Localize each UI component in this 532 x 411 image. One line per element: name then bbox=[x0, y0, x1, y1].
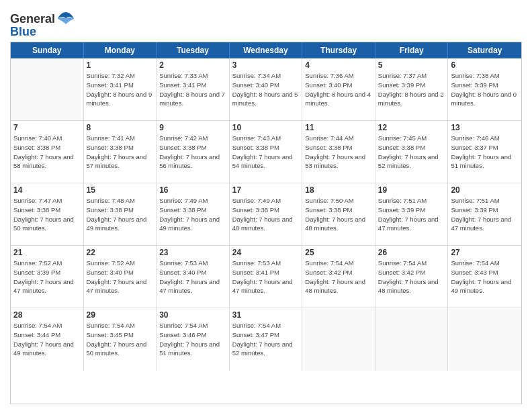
calendar-cell: 31Sunrise: 7:54 AM Sunset: 3:47 PM Dayli… bbox=[230, 308, 303, 371]
calendar-header-row: SundayMondayTuesdayWednesdayThursdayFrid… bbox=[11, 42, 521, 58]
day-info: Sunrise: 7:48 AM Sunset: 3:38 PM Dayligh… bbox=[87, 196, 154, 233]
day-number: 11 bbox=[305, 123, 372, 132]
calendar-cell: 26Sunrise: 7:54 AM Sunset: 3:42 PM Dayli… bbox=[375, 246, 449, 308]
calendar-week-4: 21Sunrise: 7:52 AM Sunset: 3:39 PM Dayli… bbox=[11, 246, 521, 308]
calendar-cell: 28Sunrise: 7:54 AM Sunset: 3:44 PM Dayli… bbox=[11, 308, 84, 371]
day-number: 29 bbox=[87, 310, 154, 320]
calendar-cell: 25Sunrise: 7:54 AM Sunset: 3:42 PM Dayli… bbox=[302, 246, 375, 308]
calendar-cell: 23Sunrise: 7:53 AM Sunset: 3:40 PM Dayli… bbox=[157, 246, 230, 308]
day-number: 25 bbox=[305, 248, 372, 257]
weekday-header-thursday: Thursday bbox=[302, 42, 375, 58]
day-number: 28 bbox=[13, 310, 81, 320]
calendar-cell bbox=[11, 58, 84, 120]
calendar-cell: 17Sunrise: 7:49 AM Sunset: 3:38 PM Dayli… bbox=[230, 183, 303, 245]
day-number: 9 bbox=[159, 123, 226, 132]
weekday-header-saturday: Saturday bbox=[448, 42, 521, 58]
logo-blue: Blue bbox=[10, 26, 36, 38]
calendar-cell bbox=[448, 308, 521, 371]
day-info: Sunrise: 7:54 AM Sunset: 3:44 PM Dayligh… bbox=[13, 321, 81, 358]
day-info: Sunrise: 7:43 AM Sunset: 3:38 PM Dayligh… bbox=[232, 134, 300, 171]
day-info: Sunrise: 7:36 AM Sunset: 3:40 PM Dayligh… bbox=[305, 71, 372, 108]
day-number: 27 bbox=[451, 248, 519, 257]
day-info: Sunrise: 7:44 AM Sunset: 3:38 PM Dayligh… bbox=[305, 134, 372, 171]
weekday-header-wednesday: Wednesday bbox=[230, 42, 303, 58]
day-info: Sunrise: 7:54 AM Sunset: 3:47 PM Dayligh… bbox=[232, 321, 300, 358]
day-number: 5 bbox=[378, 60, 445, 70]
day-info: Sunrise: 7:37 AM Sunset: 3:39 PM Dayligh… bbox=[378, 71, 445, 108]
day-info: Sunrise: 7:34 AM Sunset: 3:40 PM Dayligh… bbox=[232, 71, 300, 108]
day-info: Sunrise: 7:51 AM Sunset: 3:39 PM Dayligh… bbox=[378, 196, 445, 233]
calendar-page: General Blue SundayMondayTuesdayWednesda… bbox=[0, 0, 532, 411]
calendar-body: 1Sunrise: 7:32 AM Sunset: 3:41 PM Daylig… bbox=[11, 58, 521, 371]
day-number: 21 bbox=[13, 248, 81, 257]
day-number: 6 bbox=[451, 60, 519, 70]
calendar-cell: 21Sunrise: 7:52 AM Sunset: 3:39 PM Dayli… bbox=[11, 246, 84, 308]
day-number: 16 bbox=[159, 185, 226, 195]
day-info: Sunrise: 7:50 AM Sunset: 3:38 PM Dayligh… bbox=[305, 196, 372, 233]
weekday-header-monday: Monday bbox=[84, 42, 157, 58]
calendar-cell: 24Sunrise: 7:53 AM Sunset: 3:41 PM Dayli… bbox=[230, 246, 303, 308]
calendar-cell: 29Sunrise: 7:54 AM Sunset: 3:45 PM Dayli… bbox=[84, 308, 157, 371]
day-info: Sunrise: 7:54 AM Sunset: 3:45 PM Dayligh… bbox=[87, 321, 154, 358]
calendar-cell: 11Sunrise: 7:44 AM Sunset: 3:38 PM Dayli… bbox=[302, 121, 375, 183]
calendar-cell: 6Sunrise: 7:38 AM Sunset: 3:39 PM Daylig… bbox=[448, 58, 521, 120]
day-info: Sunrise: 7:38 AM Sunset: 3:39 PM Dayligh… bbox=[451, 71, 519, 108]
day-info: Sunrise: 7:41 AM Sunset: 3:38 PM Dayligh… bbox=[87, 134, 154, 171]
weekday-header-tuesday: Tuesday bbox=[157, 42, 230, 58]
calendar-week-1: 1Sunrise: 7:32 AM Sunset: 3:41 PM Daylig… bbox=[11, 58, 521, 121]
day-info: Sunrise: 7:49 AM Sunset: 3:38 PM Dayligh… bbox=[159, 196, 226, 233]
logo: General Blue bbox=[10, 9, 75, 38]
day-number: 15 bbox=[87, 185, 154, 195]
day-info: Sunrise: 7:32 AM Sunset: 3:41 PM Dayligh… bbox=[87, 71, 154, 108]
calendar-cell: 19Sunrise: 7:51 AM Sunset: 3:39 PM Dayli… bbox=[375, 183, 449, 245]
calendar-cell: 9Sunrise: 7:42 AM Sunset: 3:38 PM Daylig… bbox=[157, 121, 230, 183]
day-info: Sunrise: 7:47 AM Sunset: 3:38 PM Dayligh… bbox=[13, 196, 81, 233]
day-number: 7 bbox=[13, 123, 81, 132]
day-number: 31 bbox=[232, 310, 300, 320]
calendar-cell: 15Sunrise: 7:48 AM Sunset: 3:38 PM Dayli… bbox=[84, 183, 157, 245]
day-number: 1 bbox=[87, 60, 154, 70]
calendar-cell: 16Sunrise: 7:49 AM Sunset: 3:38 PM Dayli… bbox=[157, 183, 230, 245]
calendar-week-5: 28Sunrise: 7:54 AM Sunset: 3:44 PM Dayli… bbox=[11, 308, 521, 371]
calendar-cell: 13Sunrise: 7:46 AM Sunset: 3:37 PM Dayli… bbox=[448, 121, 521, 183]
day-info: Sunrise: 7:54 AM Sunset: 3:42 PM Dayligh… bbox=[378, 259, 445, 295]
day-number: 12 bbox=[378, 123, 445, 132]
header: General Blue bbox=[10, 7, 522, 38]
calendar-cell bbox=[302, 308, 375, 371]
day-info: Sunrise: 7:52 AM Sunset: 3:40 PM Dayligh… bbox=[87, 259, 154, 295]
calendar-grid: SundayMondayTuesdayWednesdayThursdayFrid… bbox=[10, 42, 522, 404]
day-number: 26 bbox=[378, 248, 445, 257]
day-number: 23 bbox=[159, 248, 226, 257]
day-number: 10 bbox=[232, 123, 300, 132]
day-info: Sunrise: 7:42 AM Sunset: 3:38 PM Dayligh… bbox=[159, 134, 226, 171]
weekday-header-sunday: Sunday bbox=[11, 42, 84, 58]
calendar-week-2: 7Sunrise: 7:40 AM Sunset: 3:38 PM Daylig… bbox=[11, 121, 521, 183]
logo-bird-icon bbox=[56, 9, 75, 28]
day-info: Sunrise: 7:49 AM Sunset: 3:38 PM Dayligh… bbox=[232, 196, 300, 233]
day-info: Sunrise: 7:53 AM Sunset: 3:41 PM Dayligh… bbox=[232, 259, 300, 295]
day-info: Sunrise: 7:52 AM Sunset: 3:39 PM Dayligh… bbox=[13, 259, 81, 295]
calendar-cell: 20Sunrise: 7:51 AM Sunset: 3:39 PM Dayli… bbox=[448, 183, 521, 245]
day-info: Sunrise: 7:51 AM Sunset: 3:39 PM Dayligh… bbox=[451, 196, 519, 233]
calendar-cell: 1Sunrise: 7:32 AM Sunset: 3:41 PM Daylig… bbox=[84, 58, 157, 120]
calendar-cell: 2Sunrise: 7:33 AM Sunset: 3:41 PM Daylig… bbox=[157, 58, 230, 120]
day-number: 20 bbox=[451, 185, 519, 195]
day-number: 22 bbox=[87, 248, 154, 257]
day-info: Sunrise: 7:54 AM Sunset: 3:46 PM Dayligh… bbox=[159, 321, 226, 358]
logo-general: General bbox=[10, 13, 55, 25]
calendar-cell: 27Sunrise: 7:54 AM Sunset: 3:43 PM Dayli… bbox=[448, 246, 521, 308]
calendar-cell: 10Sunrise: 7:43 AM Sunset: 3:38 PM Dayli… bbox=[230, 121, 303, 183]
day-number: 14 bbox=[13, 185, 81, 195]
day-info: Sunrise: 7:53 AM Sunset: 3:40 PM Dayligh… bbox=[159, 259, 226, 295]
day-number: 24 bbox=[232, 248, 300, 257]
day-number: 17 bbox=[232, 185, 300, 195]
calendar-cell: 14Sunrise: 7:47 AM Sunset: 3:38 PM Dayli… bbox=[11, 183, 84, 245]
calendar-week-3: 14Sunrise: 7:47 AM Sunset: 3:38 PM Dayli… bbox=[11, 183, 521, 246]
calendar-cell bbox=[375, 308, 449, 371]
day-info: Sunrise: 7:40 AM Sunset: 3:38 PM Dayligh… bbox=[13, 134, 81, 171]
day-info: Sunrise: 7:46 AM Sunset: 3:37 PM Dayligh… bbox=[451, 134, 519, 171]
calendar-cell: 8Sunrise: 7:41 AM Sunset: 3:38 PM Daylig… bbox=[84, 121, 157, 183]
day-number: 18 bbox=[305, 185, 372, 195]
day-number: 2 bbox=[159, 60, 226, 70]
day-number: 8 bbox=[87, 123, 154, 132]
